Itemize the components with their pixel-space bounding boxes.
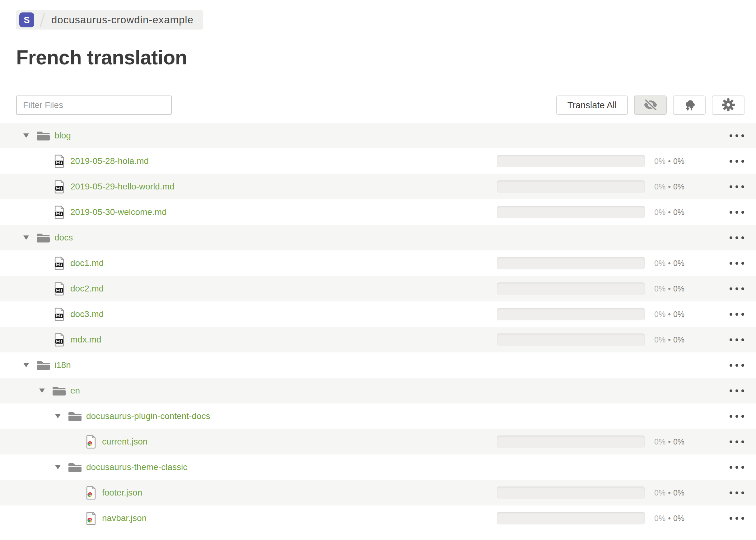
table-row[interactable]: docusaurus-theme-classic [0,455,756,480]
ellipsis-icon [741,517,744,520]
ellipsis-icon [741,364,744,367]
row-label[interactable]: doc1.md [70,258,103,268]
ellipsis-icon [735,389,738,392]
row-menu-button[interactable] [729,411,744,422]
row-label[interactable]: docusaurus-plugin-content-docs [86,411,210,421]
row-menu-button[interactable] [729,283,744,295]
progress-bar [497,334,645,346]
row-menu-button[interactable] [729,206,744,218]
toolbar-actions: Translate All [556,95,744,115]
row-label[interactable]: docusaurus-theme-classic [86,462,187,472]
row-label[interactable]: doc3.md [70,309,103,319]
chevron-down-icon[interactable] [23,363,29,367]
row-label[interactable]: blog [55,131,71,141]
chevron-down-icon[interactable] [55,414,61,418]
row-menu-button[interactable] [729,359,744,371]
row-label[interactable]: footer.json [102,488,142,498]
table-row[interactable]: docusaurus-plugin-content-docs [0,403,756,429]
ellipsis-icon [741,313,744,316]
row-label[interactable]: 2019-05-29-hello-world.md [70,182,175,192]
row-menu-button[interactable] [729,181,744,193]
table-row[interactable]: mdx.md 0%•0% [0,327,756,352]
progress-bar [497,436,645,448]
table-row[interactable]: i18n [0,352,756,378]
cloud-sync-icon [682,98,696,113]
row-right [497,410,744,422]
ellipsis-icon [735,313,738,316]
markdown-file-icon [54,307,65,321]
row-icon-box [52,180,66,194]
row-label[interactable]: en [70,386,80,396]
row-label[interactable]: 2019-05-30-welcome.md [70,207,167,217]
progress-text: 0%•0% [645,182,729,191]
progress-text: 0%•0% [645,157,729,166]
row-menu-button[interactable] [729,513,744,524]
row-menu-button[interactable] [729,130,744,142]
ellipsis-icon [741,236,744,239]
ellipsis-icon [735,236,738,239]
progress-text: 0%•0% [645,437,729,446]
chevron-down-icon[interactable] [39,388,45,393]
row-label[interactable]: doc2.md [70,284,103,294]
slash-divider-icon [40,13,45,27]
row-label[interactable]: docs [55,233,73,243]
table-row[interactable]: 2019-05-30-welcome.md 0%•0% [0,200,756,225]
breadcrumb-project-name[interactable]: docusaurus-crowdin-example [51,14,194,26]
row-label[interactable]: 2019-05-28-hola.md [70,156,149,166]
ellipsis-icon [741,160,744,163]
row-menu-button[interactable] [729,309,744,320]
row-right [497,129,744,142]
row-icon-box [52,154,66,168]
ellipsis-icon [735,466,738,469]
ellipsis-icon [735,287,738,290]
progress-bar [497,257,645,269]
row-menu-button[interactable] [729,487,744,499]
row-label[interactable]: current.json [102,437,147,447]
filter-files-input[interactable] [16,95,172,115]
table-row[interactable]: doc2.md 0%•0% [0,276,756,301]
row-menu-button[interactable] [729,385,744,397]
table-row[interactable]: en [0,378,756,403]
folder-icon [52,385,66,396]
ellipsis-icon [741,491,744,494]
table-row[interactable]: doc1.md 0%•0% [0,250,756,276]
table-row[interactable]: current.json 0%•0% [0,429,756,455]
ellipsis-icon [741,287,744,290]
table-row[interactable]: 2019-05-28-hola.md 0%•0% [0,148,756,174]
table-row[interactable]: navbar.json 0%•0% [0,505,756,531]
row-label[interactable]: navbar.json [102,513,147,523]
row-icon-box [84,486,98,500]
row-label[interactable]: mdx.md [70,335,101,345]
table-row[interactable]: blog [0,123,756,148]
row-right: 0%•0% [497,155,744,167]
progress-text: 0%•0% [645,310,729,319]
chevron-down-icon[interactable] [23,235,29,240]
row-icon-box [84,435,98,449]
translate-all-button[interactable]: Translate All [556,95,628,115]
sync-files-button[interactable] [673,95,705,115]
ellipsis-icon [729,211,732,214]
markdown-file-icon [54,180,65,194]
row-menu-button[interactable] [729,436,744,448]
chevron-down-icon[interactable] [23,133,29,138]
ellipsis-icon [729,441,732,443]
row-menu-button[interactable] [729,156,744,167]
table-row[interactable]: docs [0,225,756,250]
hide-completed-toggle-button[interactable] [634,95,667,115]
chevron-down-icon[interactable] [55,465,61,470]
row-menu-button[interactable] [729,334,744,345]
table-row[interactable]: footer.json 0%•0% [0,480,756,505]
row-menu-button[interactable] [729,258,744,269]
table-row[interactable]: doc3.md 0%•0% [0,301,756,327]
project-badge[interactable]: S [19,12,34,27]
settings-button[interactable] [712,95,744,115]
ellipsis-icon [729,287,732,290]
row-label[interactable]: i18n [55,360,71,370]
row-menu-button[interactable] [729,232,744,243]
page-title: French translation [16,45,756,70]
row-menu-button[interactable] [729,462,744,473]
table-row[interactable]: 2019-05-29-hello-world.md 0%•0% [0,174,756,200]
progress-bar [497,512,645,524]
ellipsis-icon [735,441,738,443]
ellipsis-icon [729,134,732,137]
